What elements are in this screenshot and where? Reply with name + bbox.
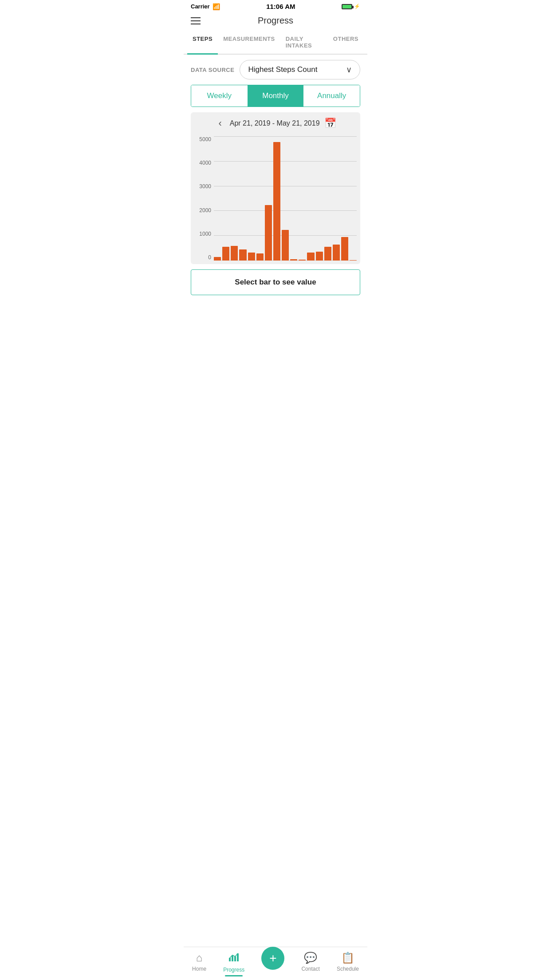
tab-measurements[interactable]: MEASUREMENTS (218, 31, 280, 55)
bar-d11[interactable] (299, 260, 306, 261)
chart-date-range: Apr 21, 2019 - May 21, 2019 (230, 119, 320, 127)
period-tab-weekly[interactable]: Weekly (191, 85, 248, 107)
status-left: Carrier 📶 (191, 3, 220, 10)
status-time: 11:06 AM (266, 3, 295, 10)
period-tab-monthly[interactable]: Monthly (248, 85, 304, 107)
bar-d8[interactable] (273, 142, 280, 261)
bar-d9[interactable] (282, 230, 289, 261)
y-label-1000: 1000 (194, 231, 211, 237)
bolt-icon: ⚡ (354, 4, 360, 9)
chart-back-button[interactable]: ‹ (215, 118, 225, 129)
bar-d16[interactable] (341, 237, 348, 261)
y-label-3000: 3000 (194, 183, 211, 190)
data-source-row: DATA SOURCE Highest Steps Count ∨ (184, 55, 367, 85)
wifi-icon: 📶 (213, 3, 220, 10)
bar-d15[interactable] (333, 245, 340, 261)
y-label-0: 0 (194, 254, 211, 261)
period-tab-bar: Weekly Monthly Annually (191, 85, 360, 107)
chart-header: ‹ Apr 21, 2019 - May 21, 2019 📅 (194, 118, 357, 129)
data-source-value: Highest Steps Count (248, 65, 317, 74)
bar-d6[interactable] (256, 253, 264, 261)
y-label-2000: 2000 (194, 207, 211, 213)
menu-button[interactable] (191, 17, 201, 24)
bar-d4[interactable] (239, 249, 246, 261)
bars-area (214, 136, 357, 261)
bar-d5[interactable] (248, 253, 255, 261)
battery-icon (342, 4, 352, 9)
bar-d10[interactable] (290, 259, 297, 261)
status-bar: Carrier 📶 11:06 AM ⚡ (184, 0, 367, 12)
bar-d7[interactable] (265, 205, 272, 261)
header: Progress (184, 12, 367, 31)
chart-container: ‹ Apr 21, 2019 - May 21, 2019 📅 0 1000 2… (191, 112, 360, 264)
y-label-5000: 5000 (194, 136, 211, 142)
data-source-label: DATA SOURCE (191, 67, 234, 73)
bar-d13[interactable] (316, 252, 323, 261)
chart-area: 0 1000 2000 3000 4000 5000 (194, 136, 357, 261)
y-label-4000: 4000 (194, 160, 211, 166)
bar-d2[interactable] (222, 247, 229, 261)
tab-daily-intakes[interactable]: DAILY INTAKES (280, 31, 328, 55)
carrier-label: Carrier (191, 3, 210, 10)
bar-d3[interactable] (231, 246, 238, 261)
period-tab-annually[interactable]: Annually (303, 85, 360, 107)
select-bar-message: Select bar to see value (191, 269, 360, 295)
calendar-icon[interactable]: 📅 (324, 118, 336, 129)
bar-d12[interactable] (307, 253, 314, 261)
bar-d17[interactable] (350, 260, 357, 261)
tab-steps[interactable]: STEPS (187, 31, 218, 55)
data-source-dropdown[interactable]: Highest Steps Count ∨ (240, 60, 360, 79)
chevron-down-icon: ∨ (346, 65, 352, 75)
page-title: Progress (258, 16, 293, 26)
bar-d1[interactable] (214, 257, 221, 261)
top-tab-bar: STEPS MEASUREMENTS DAILY INTAKES OTHERS (184, 31, 367, 55)
bar-d14[interactable] (324, 247, 331, 261)
y-axis: 0 1000 2000 3000 4000 5000 (194, 136, 214, 261)
status-right: ⚡ (342, 4, 360, 9)
tab-others[interactable]: OTHERS (328, 31, 364, 55)
